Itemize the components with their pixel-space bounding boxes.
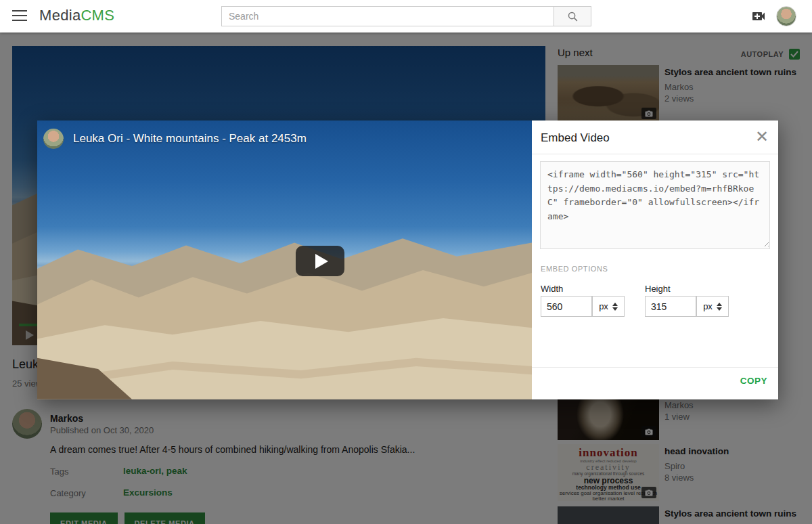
divider <box>532 154 778 154</box>
mountains-graphic <box>37 221 532 399</box>
embed-preview-player[interactable]: Leuka Ori - White mountains - Peak at 24… <box>37 121 532 399</box>
preview-video-title: Leuka Ori - White mountains - Peak at 24… <box>73 132 307 146</box>
search-button[interactable] <box>554 6 591 26</box>
logo-text-media: Media <box>39 7 81 24</box>
height-unit-select[interactable]: px <box>696 296 729 317</box>
menu-icon[interactable] <box>12 10 27 22</box>
spinner-arrows-icon <box>717 303 722 311</box>
width-input[interactable] <box>541 296 592 317</box>
top-bar: MediaCMS <box>0 0 812 32</box>
preview-header: Leuka Ori - White mountains - Peak at 24… <box>43 129 307 149</box>
divider <box>532 367 778 368</box>
unit-value: px <box>703 301 713 311</box>
preview-frame-image <box>37 121 532 399</box>
user-avatar[interactable] <box>776 6 796 26</box>
embed-video-modal: Leuka Ori - White mountains - Peak at 24… <box>37 121 778 399</box>
unit-value: px <box>599 301 608 311</box>
width-label: Width <box>541 284 563 294</box>
embed-panel: Embed Video ✕ <iframe width="560" height… <box>532 121 778 399</box>
page: Leuka Ori - White mountains - Peak at 24… <box>0 0 812 524</box>
search-icon <box>567 11 579 22</box>
avatar[interactable] <box>43 129 64 149</box>
height-label: Height <box>645 284 671 294</box>
embed-options-label: EMBED OPTIONS <box>541 265 608 273</box>
height-input[interactable] <box>645 296 696 317</box>
embed-code-textarea[interactable]: <iframe width="560" height="315" src="ht… <box>540 161 770 249</box>
embed-code-box: <iframe width="560" height="315" src="ht… <box>540 161 770 249</box>
logo[interactable]: MediaCMS <box>39 7 114 24</box>
play-icon <box>315 254 328 269</box>
width-unit-select[interactable]: px <box>592 296 625 317</box>
close-icon[interactable]: ✕ <box>755 129 769 145</box>
preview-play-button[interactable] <box>296 246 344 276</box>
search-bar <box>221 6 591 26</box>
logo-text-cms: CMS <box>81 7 114 24</box>
upload-media-icon[interactable] <box>750 8 767 24</box>
spinner-arrows-icon <box>612 303 618 311</box>
copy-button[interactable]: COPY <box>740 376 767 386</box>
search-input[interactable] <box>221 6 554 26</box>
modal-title: Embed Video <box>541 131 610 145</box>
